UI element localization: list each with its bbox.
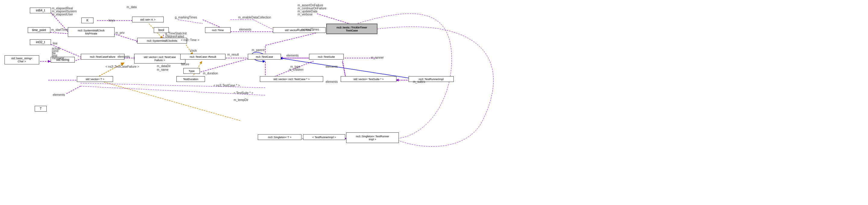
svg-line-31 xyxy=(178,20,203,24)
node-std-set-K: std::set< K > xyxy=(132,17,164,22)
svg-line-2 xyxy=(50,32,70,34)
node-SystemWallClockMs: ns3::SystemWallClockMs xyxy=(137,38,187,44)
label-elements-testsuite: elements xyxy=(326,65,338,68)
node-TestSuite: ns3::TestSuite xyxy=(309,54,344,59)
label-ns3-TestCase-angle: < ns3::TestCase * > xyxy=(213,84,240,87)
node-TrickleTimerTestCase: ns3::tests::TrickleTimerTestCase xyxy=(326,24,377,34)
svg-line-11 xyxy=(66,86,81,94)
label-ns3-testcasefailure-angle: < ns3::TestCaseFailure > xyxy=(105,65,139,68)
diagram-arrows xyxy=(0,0,868,205)
label-elements-vector-testsuite: elements xyxy=(326,80,338,83)
svg-line-7 xyxy=(114,34,139,42)
node-TestDuration: TestDuration xyxy=(176,76,205,82)
label-message: message xyxy=(52,56,64,60)
node-TestRunnerImpl-ptr: < TestRunnerImpl > xyxy=(303,134,345,140)
label-m-priv: m_priv xyxy=(116,31,125,34)
node-std-basic-string: std::basic_string<Char > xyxy=(4,55,39,65)
label-line: line xyxy=(53,42,58,45)
label-failure: failure xyxy=(181,62,189,66)
svg-line-17 xyxy=(200,58,251,72)
node-vector-TestSuite: std::vector< TestSuite * > xyxy=(341,76,397,82)
node-vector-T: std::vector< T > xyxy=(77,76,113,82)
label-g-TimeStaticInit: g_TimeStaticInit xyxy=(165,32,187,35)
label-m-parent: m_parent xyxy=(252,48,265,52)
node-Type: Type xyxy=(183,68,200,74)
node-Singleton-T: ns3::Singleton< T > xyxy=(258,134,302,140)
label-elements-std-vector-T: elements xyxy=(53,93,65,97)
label-m-enableDataCollection: m_enableDataCollection xyxy=(238,16,271,19)
label-ns3-Time-angle: < ns3::Time > xyxy=(181,39,199,42)
node-int64_t: int64_t xyxy=(30,7,51,13)
node-time_point: time_point xyxy=(28,27,50,33)
label-m-runner: m_runner xyxy=(371,56,384,59)
node-TestCaseResult: ns3::TestCase::Result xyxy=(180,54,225,59)
node-vector-TestCaseFailure: std::vector< ns3::TestCaseFailure > xyxy=(134,54,185,63)
node-K: K xyxy=(82,18,93,23)
label-clock: clock xyxy=(190,49,197,52)
label-keys: keys xyxy=(108,19,115,22)
label-g-markingTimes: g_markingTimes xyxy=(175,16,197,19)
label-m-startTime: m_startTime xyxy=(51,28,68,31)
label-m-tempDir: m_tempDir xyxy=(234,98,248,102)
node-T: T xyxy=(35,106,47,111)
node-TestCase: ns3::TestCase xyxy=(248,54,281,59)
label-m-children: m_children xyxy=(289,68,304,71)
label-m-suites: m_suites xyxy=(413,80,425,83)
label-m-verbose: m_verbose xyxy=(298,13,312,16)
node-vector-TestCase: std::vector< ns3::TestCase * > xyxy=(260,76,323,82)
svg-line-30 xyxy=(316,14,353,25)
label-m-dataDir: m_dataDir xyxy=(157,65,170,68)
node-int32_t: int32_t xyxy=(30,39,51,45)
label-m-elapsedUser: m_elapsedUser xyxy=(52,13,73,16)
label-childrenFailed: childrenFailed xyxy=(165,35,184,38)
label-m-data: m_data xyxy=(127,5,136,9)
diagram-container: int64_t time_point int32_t std::string s… xyxy=(0,0,868,205)
label-elements-testcasefailure: elements xyxy=(118,55,130,58)
label-m-result: m_result xyxy=(227,53,239,56)
label-m-name: m_name xyxy=(157,68,168,71)
label-elements-testcase: elements xyxy=(286,54,299,57)
label-TestSuite-ptr: < TestSuite * > xyxy=(234,91,253,95)
node-ns3-Time: ns3::Time xyxy=(205,27,230,33)
label-m-expiredTimes: m_expiredTimes xyxy=(297,28,319,31)
node-Singleton-TestRunnerImpl: ns3::Singleton< TestRunnerImpl > xyxy=(346,132,399,143)
node-SystemWallClockMsPrivate: ns3::SystemWallClockMsPrivate xyxy=(68,27,115,37)
label-elements-time: elements xyxy=(239,28,251,31)
label-m-duration: m_duration xyxy=(203,72,218,75)
